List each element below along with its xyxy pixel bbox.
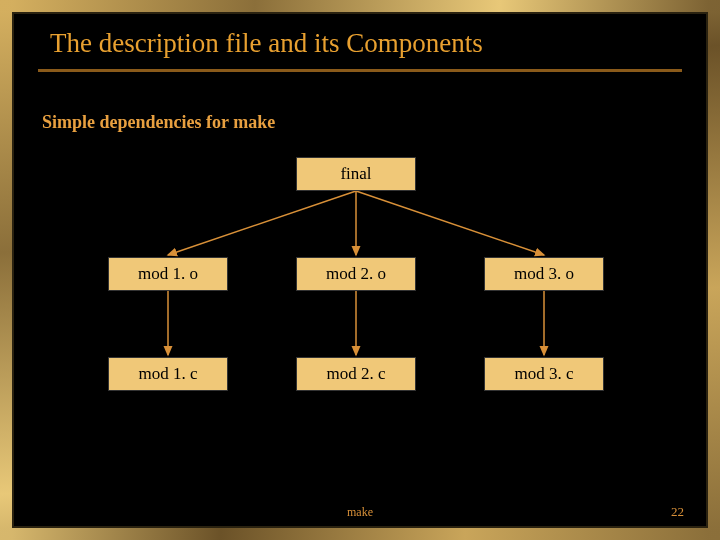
- node-mod2-c: mod 2. c: [296, 357, 416, 391]
- slide-subtitle: Simple dependencies for make: [38, 112, 682, 133]
- node-mod1-c: mod 1. c: [108, 357, 228, 391]
- node-mod2-o: mod 2. o: [296, 257, 416, 291]
- svg-line-0: [168, 191, 356, 255]
- slide-title: The description file and its Components: [38, 28, 682, 72]
- page-number: 22: [671, 504, 684, 520]
- node-mod3-c: mod 3. c: [484, 357, 604, 391]
- node-mod1-o: mod 1. o: [108, 257, 228, 291]
- slide-content: The description file and its Components …: [38, 28, 682, 512]
- node-mod3-o: mod 3. o: [484, 257, 604, 291]
- node-final: final: [296, 157, 416, 191]
- svg-line-2: [356, 191, 544, 255]
- dependency-diagram: final mod 1. o mod 2. o mod 3. o mod 1. …: [38, 157, 682, 427]
- footer-label: make: [347, 505, 373, 520]
